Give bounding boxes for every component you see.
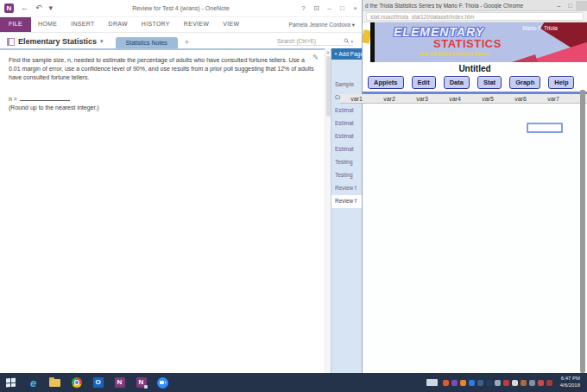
page-tab[interactable]: Estimat bbox=[331, 143, 362, 156]
onenote-titlebar: N ← ↶ ▾ Review for Test 4 (w/ans) - OneN… bbox=[0, 0, 362, 17]
add-page-button[interactable]: + Add Page bbox=[331, 48, 362, 60]
edit-button[interactable]: Edit bbox=[412, 76, 436, 89]
taskbar-item-chrome[interactable] bbox=[66, 373, 87, 392]
answer-blank[interactable] bbox=[20, 95, 70, 101]
scrollbar-thumb[interactable] bbox=[326, 56, 331, 117]
chrome-scrollbar[interactable] bbox=[580, 90, 585, 373]
section-tab-active[interactable]: Statistics Notes bbox=[116, 37, 178, 48]
chrome-window-controls: – □ bbox=[553, 1, 587, 10]
maximize-icon[interactable]: □ bbox=[336, 4, 349, 12]
taskbar-item-onenote[interactable]: N bbox=[109, 373, 130, 392]
tab-review[interactable]: REVIEW bbox=[177, 17, 216, 32]
address-bar[interactable]: stat.nuact/triola_stat12t/dataset/index.… bbox=[366, 12, 584, 21]
account-name[interactable]: Pamela Jeanne Cordova ▾ bbox=[288, 17, 362, 32]
page-tab[interactable]: Estimat bbox=[331, 117, 362, 130]
network-icon[interactable] bbox=[529, 380, 535, 386]
help-icon[interactable]: ? bbox=[297, 4, 310, 12]
notebook-dropdown[interactable]: Elementary Statistics ▾ bbox=[0, 37, 110, 48]
close-icon[interactable]: × bbox=[349, 4, 362, 12]
search-input[interactable]: Search (Ctrl+E) ▾ bbox=[277, 38, 353, 46]
tray-icon[interactable] bbox=[443, 380, 449, 386]
back-icon[interactable]: ← bbox=[21, 4, 28, 12]
onenote-scrollbar[interactable]: ▲ bbox=[325, 48, 331, 373]
internet-explorer-icon: e bbox=[30, 376, 36, 389]
data-button[interactable]: Data bbox=[444, 76, 470, 89]
column-header-var1[interactable]: var1 bbox=[340, 94, 373, 103]
banner-title-line2: STATISTICS bbox=[433, 37, 502, 50]
column-header-var5[interactable]: var5 bbox=[471, 94, 504, 103]
onenote-icon: N bbox=[115, 377, 125, 388]
tray-icon[interactable] bbox=[477, 380, 483, 386]
tray-icon[interactable] bbox=[512, 380, 518, 386]
tray-icon[interactable] bbox=[460, 380, 466, 386]
column-header-var7[interactable]: var7 bbox=[537, 94, 570, 103]
quick-access-toolbar: N ← ↶ ▾ bbox=[0, 3, 53, 13]
taskbar-item-internet-explorer[interactable]: e bbox=[22, 373, 44, 392]
file-explorer-icon bbox=[49, 379, 60, 387]
tray-icon[interactable] bbox=[451, 380, 458, 386]
taskbar-item-file-explorer[interactable] bbox=[44, 373, 66, 392]
page-tab[interactable]: Testing bbox=[331, 156, 362, 169]
tab-home[interactable]: HOME bbox=[31, 17, 64, 32]
tab-file[interactable]: FILE bbox=[0, 17, 31, 32]
taskbar: e O N N 6:47 PM 4/6/2018 bbox=[0, 373, 587, 392]
column-header-var6[interactable]: var6 bbox=[504, 94, 537, 103]
site-banner: ELEMENTARY STATISTICS and the Triola Sta… bbox=[363, 22, 587, 62]
chrome-titlebar: d the Triola Statistics Series by Mario … bbox=[363, 0, 587, 11]
column-header-var2[interactable]: var2 bbox=[373, 94, 406, 103]
ribbon-options-icon[interactable]: ⊡ bbox=[310, 4, 323, 12]
column-header-var4[interactable]: var4 bbox=[439, 94, 471, 103]
page-tab[interactable]: Estimat bbox=[331, 104, 362, 117]
tab-view[interactable]: VIEW bbox=[216, 17, 246, 32]
clock-time: 6:47 PM bbox=[560, 376, 580, 383]
touch-keyboard-icon[interactable] bbox=[426, 379, 438, 386]
answer-label: n = bbox=[9, 96, 17, 102]
answer-row[interactable]: n = bbox=[9, 95, 316, 102]
stat-button[interactable]: Stat bbox=[477, 76, 502, 89]
page-tab[interactable]: Sample bbox=[331, 79, 362, 92]
help-button[interactable]: Help bbox=[548, 76, 574, 89]
page-tab-selected[interactable]: Review f bbox=[331, 195, 362, 208]
onenote-window-controls: ? ⊡ – □ × bbox=[297, 4, 362, 12]
page-tab[interactable]: Estimat bbox=[331, 130, 362, 143]
tray-icon[interactable] bbox=[495, 380, 501, 386]
column-header-row: var1 var2 var3 var4 var5 var6 var7 bbox=[340, 94, 587, 104]
page-tab[interactable]: Testing bbox=[331, 169, 362, 182]
tray-icon[interactable] bbox=[538, 380, 544, 386]
taskbar-item-onenote-clipper[interactable]: N bbox=[130, 373, 152, 392]
column-header-var3[interactable]: var3 bbox=[406, 94, 439, 103]
note-page[interactable]: Find the sample size, n, needed to estim… bbox=[0, 48, 325, 373]
maximize-icon[interactable]: □ bbox=[565, 3, 576, 9]
applets-button[interactable]: Applets bbox=[368, 76, 404, 89]
graph-button[interactable]: Graph bbox=[509, 76, 540, 89]
undo-icon[interactable]: ↶ bbox=[35, 4, 42, 12]
close-icon[interactable] bbox=[576, 1, 587, 10]
tray-icon[interactable] bbox=[546, 380, 552, 386]
taskbar-item-outlook[interactable]: O bbox=[87, 373, 109, 392]
tab-history[interactable]: HISTORY bbox=[135, 17, 177, 32]
clock-date: 4/6/2018 bbox=[560, 383, 580, 389]
onenote-logo-icon: N bbox=[4, 3, 14, 13]
page-tab[interactable]: Review f bbox=[331, 182, 362, 195]
selected-cell[interactable] bbox=[527, 123, 563, 133]
taskbar-item-zoom[interactable] bbox=[152, 373, 174, 392]
tray-icon[interactable] bbox=[486, 380, 492, 386]
qat-customize-icon[interactable]: ▾ bbox=[49, 4, 54, 12]
tray-icon[interactable] bbox=[503, 380, 509, 386]
taskbar-clock[interactable]: 6:47 PM 4/6/2018 bbox=[555, 376, 584, 389]
start-button[interactable] bbox=[0, 373, 22, 392]
bluetooth-icon[interactable] bbox=[469, 380, 475, 386]
minimize-icon[interactable]: – bbox=[553, 3, 565, 9]
zoom-icon bbox=[157, 377, 168, 389]
minimize-icon[interactable]: – bbox=[323, 4, 336, 12]
spreadsheet-grid[interactable] bbox=[363, 104, 587, 377]
tray-icon[interactable] bbox=[521, 380, 527, 386]
add-section-button[interactable]: + bbox=[178, 38, 196, 48]
search-scope-caret: ▾ bbox=[350, 39, 353, 44]
tab-draw[interactable]: DRAW bbox=[102, 17, 135, 32]
desktop: N ← ↶ ▾ Review for Test 4 (w/ans) - OneN… bbox=[0, 0, 587, 392]
pencil-icon[interactable]: ✎ bbox=[312, 54, 319, 61]
search-icon[interactable]: ▾ bbox=[344, 38, 353, 44]
chrome-icon bbox=[72, 377, 82, 388]
tab-insert[interactable]: INSERT bbox=[64, 17, 101, 32]
